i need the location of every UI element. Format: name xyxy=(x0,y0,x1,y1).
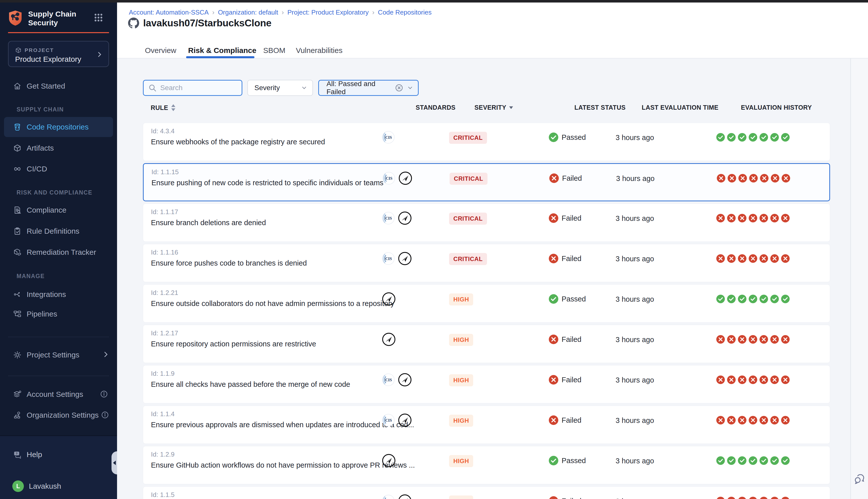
breadcrumb-account[interactable]: Account: Automation-SSCA xyxy=(129,9,209,16)
rule-description: Ensure outside collaborators do not have… xyxy=(151,300,394,308)
sidebar-item-help[interactable]: ? Help xyxy=(0,449,117,460)
search-input[interactable] xyxy=(160,84,236,92)
passed-check-icon xyxy=(548,132,558,142)
sort-icon[interactable] xyxy=(171,104,176,111)
cis-standard-badge: CIS xyxy=(382,211,395,224)
rule-description: Ensure all checks have passed before the… xyxy=(151,380,350,389)
breadcrumb-separator: › xyxy=(372,9,374,16)
rule-description: Ensure repository action permissions are… xyxy=(151,340,316,348)
sidebar-collapse-handle[interactable] xyxy=(111,451,117,474)
table-row[interactable]: Id: 1.2.17 Ensure repository action perm… xyxy=(143,325,830,363)
project-selector[interactable]: PROJECT Product Exploratory xyxy=(8,41,109,67)
breadcrumb: Account: Automation-SSCA › Organization:… xyxy=(129,9,432,16)
history-pass-icon xyxy=(738,294,747,303)
right-gutter xyxy=(851,59,868,499)
sidebar-item-get-started[interactable]: Get Started xyxy=(0,81,117,92)
sidebar-item-artifacts[interactable]: Artifacts xyxy=(0,143,117,154)
sidebar-item-remediation-tracker[interactable]: Remediation Tracker xyxy=(0,247,117,258)
sidebar-item-user[interactable]: L Lavakush xyxy=(0,481,117,492)
cis-standard-badge: CIS xyxy=(382,373,395,386)
history-fail-icon xyxy=(727,375,736,384)
breadcrumb-organization[interactable]: Organization: default xyxy=(218,9,278,16)
cis-standard-badge: CIS xyxy=(382,414,395,427)
column-severity[interactable]: SEVERITY xyxy=(474,104,514,111)
search-field[interactable] xyxy=(143,80,242,96)
history-pass-icon xyxy=(759,133,768,142)
tab-vulnerabilities[interactable]: Vulnerabilities xyxy=(296,46,342,55)
tab-sbom[interactable]: SBOM xyxy=(263,46,285,55)
breadcrumb-project[interactable]: Project: Product Exploratory xyxy=(287,9,369,16)
failed-x-icon xyxy=(548,375,558,385)
table-row[interactable]: Id: 1.1.4 Ensure previous approvals are … xyxy=(143,406,830,444)
history-fail-icon xyxy=(716,214,725,223)
breadcrumb-code-repositories[interactable]: Code Repositories xyxy=(378,9,432,16)
history-pass-icon xyxy=(738,456,747,465)
document-search-icon xyxy=(13,206,22,214)
apps-grid-icon[interactable] xyxy=(94,13,104,23)
history-fail-icon xyxy=(759,375,768,384)
svg-text:CIS: CIS xyxy=(385,418,392,423)
divider xyxy=(8,337,109,337)
standards-badges: CIS xyxy=(382,252,412,266)
severity-badge: HIGH xyxy=(449,455,473,467)
evaluation-history xyxy=(716,456,790,465)
last-evaluation-time: 3 hours ago xyxy=(616,336,654,344)
collapse-arrow-icon xyxy=(113,461,116,465)
table-row[interactable]: Id: 1.1.15 Ensure pushing of new code is… xyxy=(143,163,830,201)
svg-text:CIS: CIS xyxy=(385,257,392,261)
history-fail-icon xyxy=(716,416,725,425)
severity-dropdown[interactable]: Severity xyxy=(248,80,313,96)
sidebar-item-rule-definitions[interactable]: Rule Definitions xyxy=(0,226,117,237)
table-row[interactable]: Id: 1.2.9 Ensure GitHub action workflows… xyxy=(143,446,830,484)
history-fail-icon xyxy=(738,335,747,344)
history-fail-icon xyxy=(749,174,758,183)
table-row[interactable]: Id: 1.1.9 Ensure all checks have passed … xyxy=(143,365,830,403)
clear-filter-icon[interactable] xyxy=(395,84,403,92)
severity-badge: HIGH xyxy=(449,334,473,346)
sidebar-item-organization-settings[interactable]: Organization Settings xyxy=(0,410,117,421)
info-icon[interactable] xyxy=(101,411,109,419)
layers-gear-icon xyxy=(13,390,22,399)
table-header: RULE STANDARDS SEVERITY LATEST STATUS LA… xyxy=(143,104,830,112)
svg-text:CIS: CIS xyxy=(385,378,392,382)
status-filter-dropdown[interactable]: All: Passed and Failed xyxy=(318,80,419,96)
history-pass-icon xyxy=(748,294,758,303)
brand-divider xyxy=(8,32,109,33)
table-row[interactable]: Id: 1.1.5 CIS HIGH Failed 3 hours ago xyxy=(143,486,830,499)
sidebar-item-pipelines[interactable]: Pipelines xyxy=(0,308,117,319)
history-fail-icon xyxy=(771,174,780,183)
rule-id: Id: 1.1.17 xyxy=(151,208,178,216)
sidebar-item-account-settings[interactable]: Account Settings xyxy=(0,389,117,400)
last-evaluation-time: 3 hours ago xyxy=(616,416,654,425)
help-chat-icon: ? xyxy=(13,450,22,459)
history-fail-icon xyxy=(759,416,768,425)
history-fail-icon xyxy=(716,254,725,263)
tab-overview[interactable]: Overview xyxy=(145,46,176,55)
info-icon[interactable] xyxy=(100,390,108,399)
tab-risk-and-compliance[interactable]: Risk & Compliance xyxy=(188,46,256,55)
breadcrumb-separator: › xyxy=(282,9,284,16)
divider xyxy=(8,376,109,376)
table-row[interactable]: Id: 1.2.21 Ensure outside collaborators … xyxy=(143,284,830,322)
history-fail-icon xyxy=(781,416,790,425)
column-standards: STANDARDS xyxy=(416,104,456,111)
latest-status: Failed xyxy=(548,254,581,264)
history-fail-icon xyxy=(716,375,725,384)
table-row[interactable]: Id: 1.1.16 Ensure force pushes code to b… xyxy=(143,244,830,282)
history-fail-icon xyxy=(727,254,736,263)
cis-standard-badge: CIS xyxy=(382,131,395,144)
standards-badges: CIS xyxy=(382,413,412,427)
sidebar-item-compliance[interactable]: Compliance xyxy=(0,205,117,216)
rule-id: Id: 1.1.4 xyxy=(151,410,174,418)
chat-launcher-icon[interactable] xyxy=(854,473,866,485)
sidebar-item-cicd[interactable]: CI/CD xyxy=(0,163,117,174)
sidebar-item-code-repositories[interactable]: Code Repositories xyxy=(4,117,113,137)
standards-badges: CIS xyxy=(382,373,412,387)
column-rule[interactable]: RULE xyxy=(151,104,176,111)
sidebar-item-project-settings[interactable]: Project Settings xyxy=(0,349,117,361)
severity-badge: CRITICAL xyxy=(449,253,487,265)
sidebar-item-integrations[interactable]: Integrations xyxy=(0,289,117,300)
table-row[interactable]: Id: 1.1.17 Ensure branch deletions are d… xyxy=(143,204,830,242)
table-row[interactable]: Id: 4.3.4 Ensure webhooks of the package… xyxy=(143,123,830,161)
rules-table-body: Id: 4.3.4 Ensure webhooks of the package… xyxy=(143,123,830,499)
